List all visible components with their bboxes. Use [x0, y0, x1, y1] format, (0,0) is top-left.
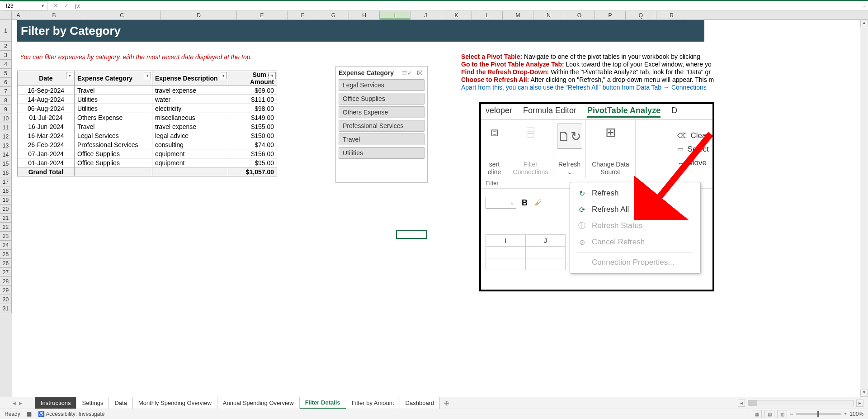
row-header[interactable]: 5 [0, 69, 12, 78]
row-header[interactable]: 21 [0, 214, 12, 223]
row-header[interactable]: 7 [0, 87, 12, 96]
pivot-header[interactable]: Date▾ [18, 71, 75, 86]
row-header[interactable]: 1 [0, 20, 12, 42]
zoom-slider[interactable] [796, 413, 841, 415]
pivot-cell[interactable]: $150.00 [228, 131, 277, 140]
filter-dropdown-icon[interactable]: ▾ [269, 72, 276, 79]
zoom-level[interactable]: 100% [849, 411, 863, 417]
column-header[interactable]: D [161, 11, 237, 19]
column-header[interactable]: K [441, 11, 472, 19]
pivot-cell[interactable]: Utilities [75, 104, 152, 113]
row-header[interactable]: 10 [0, 114, 12, 123]
slicer-item[interactable]: Others Expense [339, 106, 425, 118]
pivot-cell[interactable]: 16-Jun-2024 [18, 122, 75, 131]
pivot-cell[interactable]: Travel [75, 122, 152, 131]
column-header[interactable]: A [12, 11, 25, 19]
scroll-left-icon[interactable]: ◄ [738, 400, 745, 407]
formula-expand-icon[interactable]: ⌄ [860, 3, 868, 8]
column-header[interactable]: F [288, 11, 318, 19]
pivot-cell[interactable]: water [152, 95, 228, 104]
zoom-out-button[interactable]: − [790, 411, 793, 417]
clear-filter-icon[interactable]: ⌧ [416, 70, 425, 76]
pivot-header[interactable]: Sum of Amount▾ [228, 71, 277, 86]
row-header[interactable]: 22 [0, 223, 12, 232]
pivot-cell[interactable]: 26-Feb-2024 [18, 140, 75, 149]
column-header[interactable]: O [564, 11, 595, 19]
cancel-icon[interactable]: ✕ [53, 2, 58, 9]
pivot-cell[interactable]: Travel [75, 86, 152, 95]
column-header[interactable]: N [533, 11, 564, 19]
sheet-tab[interactable]: Instructions [35, 397, 76, 409]
name-box[interactable]: I23 ▼ [3, 1, 48, 10]
slicer-expense-category[interactable]: Expense Category ☰✓ ⌧ Legal ServicesOffi… [335, 66, 428, 183]
pivot-cell[interactable]: 06-Aug-2024 [18, 104, 75, 113]
column-header[interactable]: R [656, 11, 687, 19]
column-header[interactable]: J [410, 11, 441, 19]
macro-icon[interactable]: ▦ [27, 411, 32, 417]
pivot-cell[interactable]: $95.00 [228, 158, 277, 167]
column-header[interactable]: L [472, 11, 503, 19]
row-header[interactable]: 8 [0, 96, 12, 105]
filter-dropdown-icon[interactable]: ▾ [66, 72, 73, 79]
pivot-cell[interactable]: legal advice [152, 131, 228, 140]
row-header[interactable]: 28 [0, 277, 12, 286]
confirm-icon[interactable]: ✓ [64, 2, 69, 9]
sheet-tab[interactable]: Filter by Amount [346, 397, 400, 409]
scroll-right-icon[interactable]: ► [856, 400, 863, 407]
pivot-cell[interactable]: equipment [152, 158, 228, 167]
filter-dropdown-icon[interactable]: ▾ [220, 72, 227, 79]
new-sheet-button[interactable]: ⊕ [440, 397, 453, 409]
pivot-cell[interactable]: equipment [152, 149, 228, 158]
column-header[interactable]: M [503, 11, 533, 19]
row-header[interactable]: 27 [0, 268, 12, 277]
slicer-item[interactable]: Utilities [339, 147, 425, 159]
row-header[interactable]: 25 [0, 250, 12, 259]
row-header[interactable]: 19 [0, 195, 12, 205]
pivot-cell[interactable]: travel expense [152, 122, 228, 131]
row-header[interactable]: 9 [0, 105, 12, 114]
pivot-cell[interactable]: Professional Services [75, 140, 152, 149]
pivot-header[interactable]: Expense Category▾ [75, 71, 152, 86]
pivot-cell[interactable]: Others Expense [75, 113, 152, 122]
formula-input[interactable] [83, 2, 860, 10]
column-header[interactable]: B [25, 11, 83, 19]
multi-select-icon[interactable]: ☰✓ [401, 70, 413, 76]
horizontal-scrollbar[interactable] [748, 400, 854, 406]
selected-cell[interactable] [396, 230, 427, 239]
pivot-cell[interactable]: electricity [152, 104, 228, 113]
slicer-item[interactable]: Legal Services [339, 79, 425, 91]
column-header[interactable]: Q [626, 11, 656, 19]
pivot-cell[interactable]: $155.00 [228, 122, 277, 131]
pivot-cell[interactable]: $149.00 [228, 113, 277, 122]
pivot-table[interactable]: Date▾Expense Category▾Expense Descriptio… [17, 71, 277, 176]
pivot-cell[interactable]: 07-Jan-2024 [18, 149, 75, 158]
pivot-cell[interactable]: miscellaneous [152, 113, 228, 122]
row-header[interactable]: 30 [0, 295, 12, 304]
row-header[interactable]: 13 [0, 141, 12, 150]
row-header[interactable]: 15 [0, 159, 12, 168]
row-header[interactable]: 24 [0, 241, 12, 250]
row-header[interactable]: 23 [0, 232, 12, 241]
pivot-cell[interactable]: 01-Jul-2024 [18, 113, 75, 122]
pivot-cell[interactable]: Utilities [75, 95, 152, 104]
filter-dropdown-icon[interactable]: ▾ [144, 72, 151, 79]
column-header[interactable]: C [83, 11, 161, 19]
pivot-cell[interactable]: Legal Services [75, 131, 152, 140]
row-header[interactable]: 12 [0, 132, 12, 141]
sheet-tab[interactable]: Dashboard [400, 397, 440, 409]
row-header[interactable]: 14 [0, 150, 12, 159]
chevron-down-icon[interactable]: ▼ [41, 4, 45, 8]
row-header[interactable]: 20 [0, 205, 12, 214]
row-header[interactable]: 16 [0, 168, 12, 177]
slicer-item[interactable]: Professional Services [339, 120, 425, 132]
pivot-cell[interactable]: travel expense [152, 86, 228, 95]
column-header[interactable]: E [237, 11, 288, 19]
pivot-cell[interactable]: Office Supplies [75, 158, 152, 167]
select-all-corner[interactable] [0, 11, 12, 19]
row-header[interactable]: 31 [0, 304, 12, 313]
pivot-cell[interactable]: $156.00 [228, 149, 277, 158]
column-header[interactable]: H [349, 11, 380, 19]
row-header[interactable]: 26 [0, 259, 12, 268]
column-header[interactable]: I [380, 11, 410, 19]
pivot-cell[interactable]: 01-Jan-2024 [18, 158, 75, 167]
